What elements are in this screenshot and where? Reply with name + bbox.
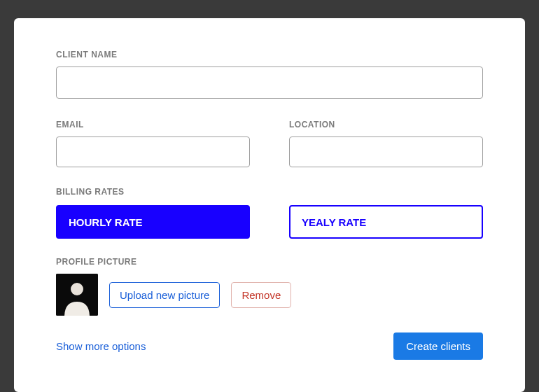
form-footer: Show more options Create clients: [56, 332, 483, 360]
location-field: LOCATION: [289, 120, 483, 167]
show-more-options-link[interactable]: Show more options: [56, 340, 146, 352]
client-name-input[interactable]: [56, 66, 483, 99]
hourly-rate-button[interactable]: HOURLY RATE: [56, 205, 250, 239]
email-field: EMAIL: [56, 120, 250, 167]
yearly-rate-button[interactable]: YEALY RATE: [289, 205, 483, 239]
create-clients-label: Create clients: [406, 340, 470, 352]
location-label: LOCATION: [289, 120, 483, 130]
billing-rate-options: HOURLY RATE YEALY RATE: [56, 205, 483, 239]
location-input[interactable]: [289, 136, 483, 167]
avatar-image-icon: [56, 274, 98, 316]
client-form-card: CLIENT NAME EMAIL LOCATION BILLING RATES…: [14, 18, 525, 392]
billing-rates-label: BILLING RATES: [56, 187, 483, 197]
remove-picture-button[interactable]: Remove: [231, 282, 291, 308]
billing-rates-section: BILLING RATES HOURLY RATE YEALY RATE: [56, 187, 483, 239]
upload-picture-label: Upload new picture: [120, 289, 209, 301]
profile-picture-section: PROFILE PICTURE Upload new picture Remov…: [56, 257, 483, 316]
email-label: EMAIL: [56, 120, 250, 130]
svg-point-1: [71, 283, 83, 295]
client-name-field: CLIENT NAME: [56, 50, 483, 99]
profile-picture-label: PROFILE PICTURE: [56, 257, 483, 267]
email-input[interactable]: [56, 136, 250, 167]
client-name-label: CLIENT NAME: [56, 50, 483, 59]
profile-picture-row: Upload new picture Remove: [56, 274, 483, 316]
create-clients-button[interactable]: Create clients: [393, 332, 483, 360]
remove-picture-label: Remove: [241, 289, 281, 301]
hourly-rate-label: HOURLY RATE: [69, 216, 143, 228]
yearly-rate-label: YEALY RATE: [302, 216, 366, 228]
upload-picture-button[interactable]: Upload new picture: [109, 282, 220, 308]
email-location-row: EMAIL LOCATION: [56, 120, 483, 167]
profile-avatar: [56, 274, 98, 316]
